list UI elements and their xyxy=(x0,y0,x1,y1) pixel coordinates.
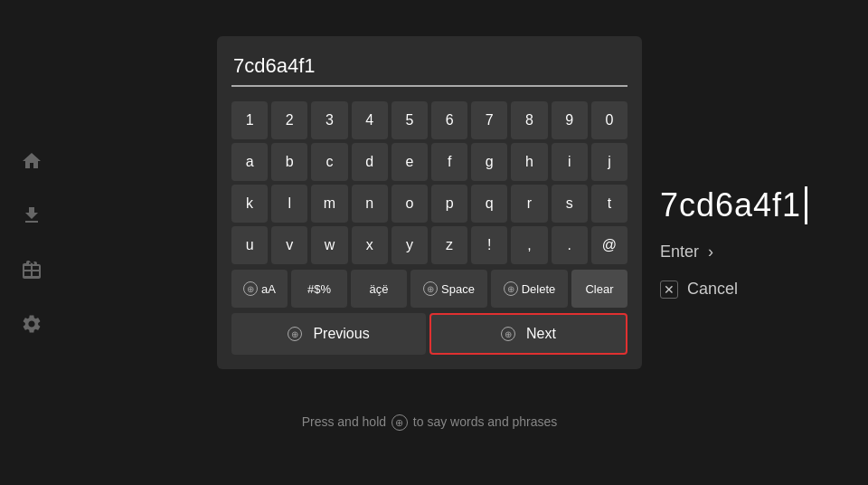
key-s[interactable]: s xyxy=(552,185,588,223)
key-5[interactable]: 5 xyxy=(392,101,428,139)
key-k[interactable]: k xyxy=(231,185,268,223)
sidebar-item-home[interactable] xyxy=(19,148,44,174)
keyboard-input[interactable]: 7cd6a4f1 xyxy=(231,51,627,87)
key-3[interactable]: 3 xyxy=(311,101,347,139)
sidebar-item-gift[interactable] xyxy=(19,257,44,282)
key-e[interactable]: e xyxy=(392,143,428,181)
key-r[interactable]: r xyxy=(511,185,547,223)
key-space[interactable]: ⊕ Space xyxy=(410,270,487,308)
key-o[interactable]: o xyxy=(392,185,428,223)
key-t[interactable]: t xyxy=(591,185,627,223)
keyboard-row-2: k l m n o p q r s t xyxy=(231,185,627,223)
cancel-label: Cancel xyxy=(687,280,738,299)
sidebar-item-download[interactable] xyxy=(19,203,44,228)
key-h[interactable]: h xyxy=(511,143,547,181)
keyboard-nav-row: ⊕ Previous ⊕ Next xyxy=(231,313,627,355)
key-1[interactable]: 1 xyxy=(231,101,268,139)
enter-label: Enter xyxy=(660,242,699,262)
circle-icon-delete: ⊕ xyxy=(504,281,518,296)
key-delete[interactable]: ⊕ Delete xyxy=(491,270,568,308)
key-v[interactable]: v xyxy=(271,226,307,264)
key-case-toggle[interactable]: ⊕ aA xyxy=(231,270,288,308)
key-p[interactable]: p xyxy=(431,185,467,223)
key-clear[interactable]: Clear xyxy=(571,270,627,308)
key-i[interactable]: i xyxy=(552,143,588,181)
key-6[interactable]: 6 xyxy=(431,101,467,139)
x-icon: ✕ xyxy=(660,281,678,299)
key-x[interactable]: x xyxy=(352,226,388,264)
key-j[interactable]: j xyxy=(591,143,627,181)
circle-icon-next: ⊕ xyxy=(501,327,515,341)
key-2[interactable]: 2 xyxy=(271,101,307,139)
key-period[interactable]: . xyxy=(552,226,588,264)
key-accents[interactable]: äçë xyxy=(351,270,407,308)
keyboard-row-1: a b c d e f g h i j xyxy=(231,143,627,181)
circle-icon: ⊕ xyxy=(243,281,258,296)
circle-icon-previous: ⊕ xyxy=(288,327,302,341)
keyboard-rows: 1 2 3 4 5 6 7 8 9 0 a b c d e f g h i j … xyxy=(231,101,627,264)
key-7[interactable]: 7 xyxy=(471,101,507,139)
display-text: 7cd6a4f1 xyxy=(660,186,807,224)
circle-icon-space: ⊕ xyxy=(423,281,438,296)
key-comma[interactable]: , xyxy=(511,226,547,264)
key-b[interactable]: b xyxy=(271,143,307,181)
previous-button[interactable]: ⊕ Previous xyxy=(231,313,426,355)
key-u[interactable]: u xyxy=(231,226,268,264)
key-a[interactable]: a xyxy=(231,143,268,181)
key-f[interactable]: f xyxy=(431,143,467,181)
enter-action[interactable]: Enter › xyxy=(660,242,713,262)
key-m[interactable]: m xyxy=(311,185,347,223)
key-n[interactable]: n xyxy=(352,185,388,223)
keyboard-row-0: 1 2 3 4 5 6 7 8 9 0 xyxy=(231,101,627,139)
key-at[interactable]: @ xyxy=(591,226,627,264)
key-4[interactable]: 4 xyxy=(352,101,388,139)
hint-circle-icon: ⊕ xyxy=(392,414,408,431)
key-z[interactable]: z xyxy=(431,226,467,264)
chevron-right-icon: › xyxy=(708,242,713,262)
key-g[interactable]: g xyxy=(471,143,507,181)
key-8[interactable]: 8 xyxy=(511,101,547,139)
keyboard-special-row: ⊕ aA #$% äçë ⊕ Space ⊕ Delete Clear xyxy=(231,270,627,308)
sidebar-item-settings[interactable] xyxy=(19,311,44,337)
key-l[interactable]: l xyxy=(271,185,307,223)
key-y[interactable]: y xyxy=(392,226,428,264)
keyboard-modal: 7cd6a4f1 1 2 3 4 5 6 7 8 9 0 a b c d e f… xyxy=(217,36,642,369)
sidebar xyxy=(0,0,63,485)
key-9[interactable]: 9 xyxy=(552,101,588,139)
key-c[interactable]: c xyxy=(311,143,347,181)
next-button[interactable]: ⊕ Next xyxy=(429,313,627,355)
key-d[interactable]: d xyxy=(352,143,388,181)
key-w[interactable]: w xyxy=(311,226,347,264)
right-panel: 7cd6a4f1 Enter › ✕ Cancel xyxy=(633,0,868,485)
key-symbols[interactable]: #$% xyxy=(291,270,347,308)
cancel-action[interactable]: ✕ Cancel xyxy=(660,280,738,299)
key-exclaim[interactable]: ! xyxy=(471,226,507,264)
keyboard-row-3: u v w x y z ! , . @ xyxy=(231,226,627,264)
keyboard-hint: Press and hold ⊕ to say words and phrase… xyxy=(217,414,642,431)
key-0[interactable]: 0 xyxy=(591,101,627,139)
key-q[interactable]: q xyxy=(471,185,507,223)
